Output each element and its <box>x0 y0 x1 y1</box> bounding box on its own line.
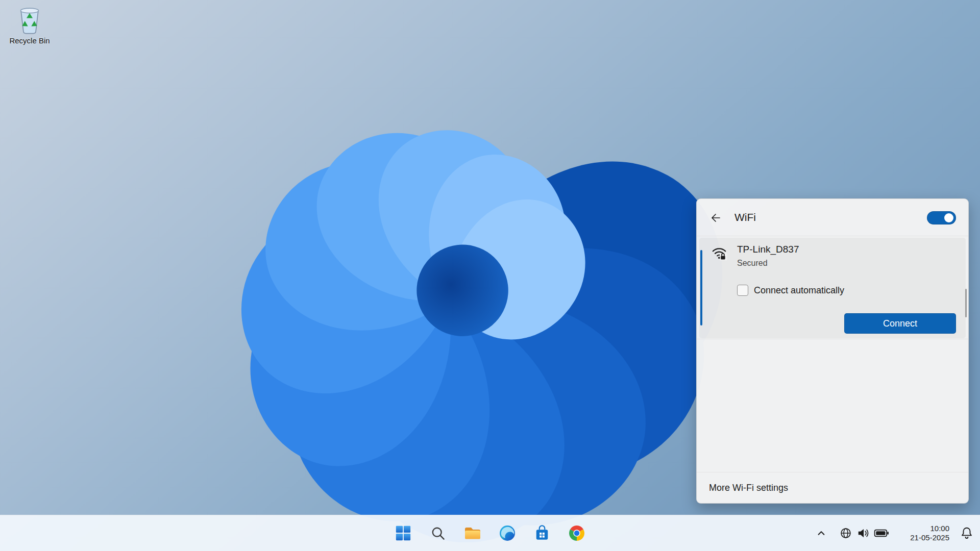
volume-icon <box>856 527 870 540</box>
start-icon <box>395 524 412 542</box>
wifi-network-item[interactable]: TP-Link_D837 Secured Connect automatical… <box>699 238 966 338</box>
wifi-toggle-knob <box>944 213 953 222</box>
microsoft-store-icon <box>533 524 551 542</box>
recycle-bin-icon <box>15 5 44 35</box>
notifications-bell-icon <box>960 526 974 540</box>
network-name: TP-Link_D837 <box>737 244 799 255</box>
search-button[interactable] <box>424 519 452 547</box>
recycle-bin-shortcut[interactable]: Recycle Bin <box>7 5 52 45</box>
desktop: Recycle Bin WiFi <box>0 0 980 551</box>
back-button[interactable] <box>706 208 725 228</box>
edge-button[interactable] <box>494 519 521 547</box>
start-button[interactable] <box>389 519 417 547</box>
wifi-flyout-footer: More Wi-Fi settings <box>697 472 968 503</box>
wifi-flyout-title: WiFi <box>734 211 756 223</box>
wifi-toggle[interactable] <box>927 211 956 224</box>
connect-automatically-label: Connect automatically <box>754 285 844 296</box>
hidden-icons-button[interactable] <box>813 521 830 545</box>
back-arrow-icon <box>710 212 721 223</box>
network-status: Secured <box>737 259 768 268</box>
taskbar-center-icons <box>389 515 591 551</box>
connect-automatically-checkbox[interactable] <box>737 285 748 296</box>
clock: 10:00 21-05-2025 <box>900 524 949 542</box>
file-explorer-icon <box>463 524 482 542</box>
wifi-flyout-header: WiFi <box>697 199 968 236</box>
wifi-flyout: WiFi TP-Link_D837 Secured Connect <box>696 198 969 504</box>
quick-settings-button[interactable] <box>836 521 892 545</box>
edge-icon <box>498 524 517 542</box>
divider <box>697 339 968 339</box>
wifi-secured-icon <box>710 244 728 261</box>
battery-icon <box>874 527 889 540</box>
selected-indicator <box>700 250 702 325</box>
microsoft-store-button[interactable] <box>528 519 556 547</box>
system-tray: 10:00 21-05-2025 <box>813 515 976 551</box>
chevron-up-icon <box>815 527 828 540</box>
scrollbar-thumb[interactable] <box>965 289 967 317</box>
chrome-icon <box>568 524 586 542</box>
recycle-bin-label: Recycle Bin <box>7 36 52 45</box>
more-wifi-settings-link[interactable]: More Wi-Fi settings <box>709 483 788 493</box>
network-globe-icon <box>839 527 852 540</box>
clock-button[interactable]: 10:00 21-05-2025 <box>898 521 951 545</box>
chrome-button[interactable] <box>563 519 591 547</box>
connect-button[interactable]: Connect <box>844 313 956 334</box>
tray-date: 21-05-2025 <box>900 533 949 542</box>
notification-center-button[interactable] <box>958 521 976 545</box>
tray-time: 10:00 <box>900 524 949 533</box>
search-icon <box>430 525 446 541</box>
file-explorer-button[interactable] <box>459 519 486 547</box>
taskbar: 10:00 21-05-2025 <box>0 515 980 551</box>
